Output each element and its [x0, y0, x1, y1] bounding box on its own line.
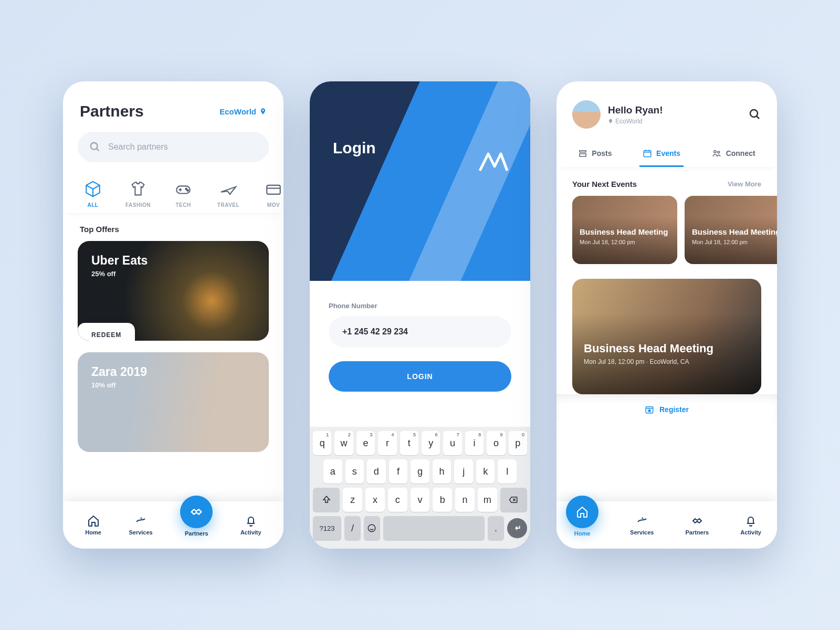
- key-a[interactable]: a: [323, 459, 342, 484]
- key-p[interactable]: p0: [509, 431, 527, 455]
- tab-posts[interactable]: Posts: [575, 143, 615, 167]
- nav-home[interactable]: Home: [566, 513, 598, 537]
- login-hero: Login: [310, 81, 530, 281]
- key-o[interactable]: o9: [487, 431, 505, 455]
- key-h[interactable]: h: [433, 459, 452, 484]
- key-backspace[interactable]: [500, 488, 527, 512]
- backspace-icon: [508, 495, 519, 505]
- key-space[interactable]: [383, 516, 485, 540]
- search-input[interactable]: Search partners: [78, 132, 269, 162]
- category-fashion[interactable]: FASHION: [118, 180, 159, 208]
- nav-services[interactable]: Services: [630, 514, 654, 536]
- key-l[interactable]: l: [498, 459, 517, 484]
- calendar-star-icon: [645, 405, 654, 414]
- key-s[interactable]: s: [345, 459, 364, 484]
- nav-partners[interactable]: Partners: [180, 513, 213, 537]
- key-symbols[interactable]: ?123: [313, 516, 341, 540]
- nav-partners[interactable]: Partners: [685, 514, 709, 536]
- key-d[interactable]: d: [367, 459, 386, 484]
- keyboard: q1 w2 e3 r4 t5 y6 u7 i8 o9 p0 a s d f g …: [310, 427, 530, 549]
- app-logo-icon: [477, 150, 510, 174]
- search-icon: [89, 141, 101, 153]
- location-pin-icon: [608, 118, 613, 124]
- key-q[interactable]: q1: [313, 431, 331, 455]
- key-w[interactable]: w2: [334, 431, 353, 455]
- enter-icon: [512, 523, 522, 533]
- handshake-icon: [691, 514, 704, 527]
- key-e[interactable]: e3: [356, 431, 375, 455]
- redeem-button[interactable]: REDEEM: [78, 323, 135, 341]
- location-pin-icon: [259, 107, 267, 116]
- location-label: EcoWorld: [219, 107, 256, 116]
- key-x[interactable]: x: [365, 488, 385, 512]
- calendar-icon: [643, 149, 652, 158]
- user-location: EcoWorld: [608, 118, 663, 125]
- key-dot[interactable]: .: [488, 516, 504, 540]
- key-u[interactable]: u7: [443, 431, 461, 455]
- nav-home[interactable]: Home: [85, 514, 101, 536]
- offer-card[interactable]: Uber Eats 25% off REDEEM: [78, 241, 269, 341]
- nav-services[interactable]: Services: [129, 514, 152, 536]
- svg-point-0: [91, 143, 98, 150]
- key-emoji[interactable]: [364, 516, 380, 540]
- shift-icon: [322, 495, 331, 505]
- view-more-link[interactable]: View More: [728, 180, 761, 188]
- event-card[interactable]: Business Head Meeting Mon Jul 18, 12:00 …: [685, 196, 777, 264]
- category-tech[interactable]: TECH: [163, 180, 204, 208]
- login-button[interactable]: LOGIN: [329, 361, 511, 392]
- phone-input[interactable]: +1 245 42 29 234: [329, 316, 511, 348]
- key-y[interactable]: y6: [422, 431, 440, 455]
- svg-rect-4: [267, 185, 280, 194]
- key-j[interactable]: j: [454, 459, 473, 484]
- key-r[interactable]: r4: [378, 431, 396, 455]
- category-list: ALL FASHION TECH TRAVEL MOV: [63, 176, 284, 213]
- bell-icon: [744, 514, 757, 527]
- plane-icon: [219, 180, 237, 198]
- key-enter[interactable]: [507, 518, 527, 538]
- home-icon: [87, 514, 100, 527]
- key-f[interactable]: f: [389, 459, 408, 484]
- category-travel[interactable]: TRAVEL: [208, 180, 249, 208]
- key-k[interactable]: k: [476, 459, 495, 484]
- search-button[interactable]: [749, 108, 761, 121]
- key-b[interactable]: b: [433, 488, 452, 512]
- featured-title: Business Head Meeting: [584, 342, 750, 355]
- key-slash[interactable]: /: [344, 516, 361, 540]
- key-n[interactable]: n: [455, 488, 475, 512]
- svg-rect-9: [644, 151, 651, 157]
- svg-rect-8: [580, 154, 586, 156]
- tab-connect[interactable]: Connect: [708, 143, 759, 167]
- nav-activity[interactable]: Activity: [240, 514, 261, 536]
- offer-card[interactable]: Zara 2019 10% off: [78, 352, 269, 452]
- home-screen: Hello Ryan! EcoWorld Posts Events Connec…: [556, 81, 777, 549]
- greeting: Hello Ryan!: [608, 104, 663, 116]
- bottom-nav: Home Services Partners Activity: [63, 501, 284, 549]
- key-shift[interactable]: [313, 488, 340, 512]
- svg-point-11: [718, 151, 720, 153]
- event-time: Mon Jul 18, 12:00 pm: [580, 239, 670, 245]
- offer-discount: 10% off: [91, 381, 255, 389]
- key-c[interactable]: c: [388, 488, 407, 512]
- event-card[interactable]: Business Head Meeting Mon Jul 18, 12:00 …: [572, 196, 677, 264]
- key-t[interactable]: t5: [400, 431, 418, 455]
- avatar[interactable]: [572, 100, 601, 129]
- key-z[interactable]: z: [343, 488, 362, 512]
- key-v[interactable]: v: [411, 488, 430, 512]
- featured-meta: Mon Jul 18, 12:00 pm · EcoWorld, CA: [584, 358, 750, 365]
- tab-events[interactable]: Events: [639, 143, 684, 167]
- user-info: Hello Ryan! EcoWorld: [608, 104, 663, 125]
- svg-point-5: [369, 524, 376, 532]
- tshirt-icon: [129, 180, 147, 198]
- nav-activity[interactable]: Activity: [740, 514, 761, 536]
- top-offers-heading: Top Offers: [63, 213, 284, 241]
- key-g[interactable]: g: [411, 459, 429, 484]
- featured-event-card[interactable]: Business Head Meeting Mon Jul 18, 12:00 …: [572, 279, 761, 394]
- key-i[interactable]: i8: [465, 431, 484, 455]
- offer-title: Zara 2019: [91, 365, 255, 379]
- category-all[interactable]: ALL: [72, 180, 113, 208]
- register-button[interactable]: Register: [556, 394, 777, 422]
- category-movies[interactable]: MOV: [253, 180, 284, 208]
- key-m[interactable]: m: [478, 488, 497, 512]
- offer-discount: 25% off: [91, 270, 255, 278]
- location-selector[interactable]: EcoWorld: [219, 107, 267, 116]
